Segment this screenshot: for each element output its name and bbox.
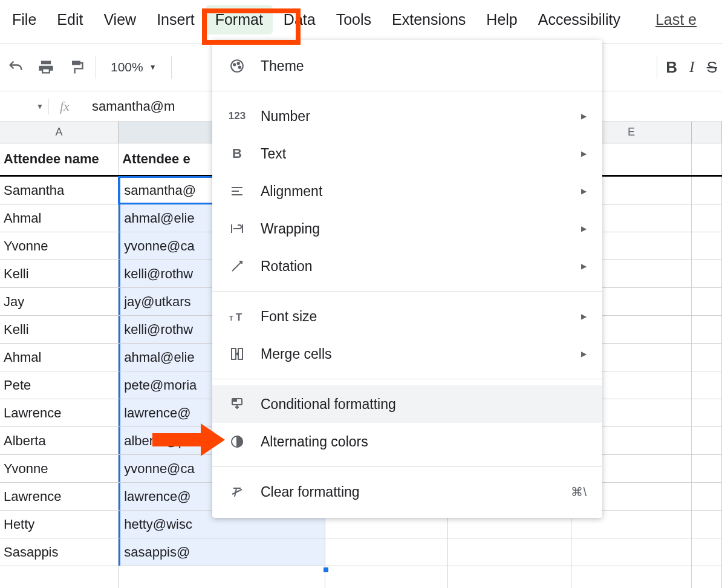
menu-item-alternating-colors[interactable]: Alternating colors bbox=[212, 423, 602, 460]
cell[interactable] bbox=[692, 316, 722, 343]
chevron-right-icon: ▶ bbox=[581, 350, 587, 358]
svg-point-3 bbox=[239, 67, 241, 68]
print-icon[interactable] bbox=[35, 56, 57, 78]
italic-button[interactable]: I bbox=[689, 58, 695, 76]
menu-item-number[interactable]: 123 Number ▶ bbox=[212, 97, 602, 135]
cell[interactable] bbox=[692, 455, 722, 482]
cell[interactable] bbox=[692, 177, 722, 204]
toolbar-separator bbox=[171, 56, 172, 79]
menu-help[interactable]: Help bbox=[476, 5, 527, 34]
cell[interactable] bbox=[692, 143, 722, 175]
header-cell[interactable]: Attendee name bbox=[0, 143, 119, 175]
menu-label: Clear formatting bbox=[261, 484, 556, 500]
font-size-icon: TT bbox=[228, 307, 246, 325]
align-icon bbox=[228, 182, 246, 200]
cell[interactable] bbox=[571, 538, 692, 566]
menu-tools[interactable]: Tools bbox=[327, 5, 381, 34]
menu-edit[interactable]: Edit bbox=[47, 5, 93, 34]
merge-icon bbox=[228, 345, 246, 363]
menu-divider bbox=[212, 379, 602, 379]
menu-item-clear-formatting[interactable]: Clear formatting ⌘\ bbox=[212, 473, 602, 511]
cell[interactable] bbox=[325, 538, 448, 566]
conditional-formatting-icon bbox=[228, 395, 246, 413]
cell[interactable]: Hetty bbox=[0, 511, 119, 538]
cell[interactable]: Ahmal bbox=[0, 204, 119, 232]
menu-label: Text bbox=[261, 146, 567, 162]
menu-accessibility[interactable]: Accessibility bbox=[528, 5, 630, 34]
theme-icon bbox=[228, 57, 246, 75]
cell[interactable] bbox=[692, 399, 722, 426]
cell[interactable] bbox=[0, 566, 119, 588]
cell[interactable] bbox=[448, 538, 571, 566]
cell[interactable]: Jay bbox=[0, 288, 119, 315]
paint-format-icon[interactable] bbox=[65, 56, 87, 78]
cell[interactable] bbox=[692, 204, 722, 232]
rotation-icon bbox=[228, 257, 246, 275]
menu-label: Alternating colors bbox=[261, 434, 587, 450]
cell[interactable]: Lawrence bbox=[0, 399, 119, 426]
cell[interactable]: Ahmal bbox=[0, 344, 119, 371]
cell[interactable] bbox=[692, 511, 722, 538]
format-dropdown-menu: Theme 123 Number ▶ B Text ▶ Alignment ▶ … bbox=[212, 40, 602, 518]
cell[interactable]: Samantha bbox=[0, 177, 119, 204]
cell[interactable]: Lawrence bbox=[0, 483, 119, 510]
cell[interactable] bbox=[692, 232, 722, 260]
svg-point-1 bbox=[233, 64, 235, 65]
bold-button[interactable]: B bbox=[666, 58, 677, 77]
menu-data[interactable]: Data bbox=[274, 5, 325, 34]
menu-item-text[interactable]: B Text ▶ bbox=[212, 135, 602, 172]
cell[interactable] bbox=[692, 260, 722, 287]
redo-icon[interactable] bbox=[5, 56, 27, 78]
chevron-right-icon: ▶ bbox=[581, 149, 587, 158]
cell[interactable]: Kelli bbox=[0, 316, 119, 343]
table-row: Sasappis sasappis@ bbox=[0, 538, 722, 566]
cell[interactable]: Sasappis bbox=[0, 538, 119, 566]
cell[interactable] bbox=[692, 371, 722, 399]
menu-item-alignment[interactable]: Alignment ▶ bbox=[212, 172, 602, 210]
menu-item-merge-cells[interactable]: Merge cells ▶ bbox=[212, 335, 602, 373]
menu-divider bbox=[212, 91, 602, 91]
zoom-selector[interactable]: 100% ▼ bbox=[105, 60, 163, 74]
cell[interactable] bbox=[692, 427, 722, 454]
svg-point-0 bbox=[231, 60, 243, 72]
strikethrough-button[interactable]: S bbox=[707, 58, 717, 77]
cell[interactable]: Yvonne bbox=[0, 232, 119, 260]
svg-text:T: T bbox=[236, 311, 242, 323]
menu-format[interactable]: Format bbox=[206, 5, 273, 34]
menu-item-conditional-formatting[interactable]: Conditional formatting bbox=[212, 385, 602, 423]
last-edit-link[interactable]: Last e bbox=[646, 5, 706, 34]
name-box[interactable]: ▼ bbox=[0, 102, 48, 111]
column-header-f[interactable] bbox=[692, 122, 722, 143]
cell[interactable]: sasappis@ bbox=[119, 538, 325, 566]
menu-label: Theme bbox=[261, 58, 587, 74]
cell[interactable] bbox=[692, 344, 722, 371]
cell[interactable] bbox=[325, 566, 448, 588]
cell[interactable] bbox=[692, 538, 722, 566]
cell[interactable]: Alberta bbox=[0, 427, 119, 454]
cell[interactable] bbox=[692, 566, 722, 588]
cell[interactable] bbox=[119, 566, 325, 588]
cell[interactable] bbox=[571, 566, 692, 588]
menu-insert[interactable]: Insert bbox=[147, 5, 204, 34]
cell[interactable] bbox=[692, 483, 722, 510]
cell[interactable]: Pete bbox=[0, 371, 119, 399]
wrap-icon bbox=[228, 220, 246, 238]
menu-item-rotation[interactable]: Rotation ▶ bbox=[212, 247, 602, 285]
menu-file[interactable]: File bbox=[2, 5, 46, 34]
menu-label: Font size bbox=[261, 309, 567, 325]
svg-rect-5 bbox=[232, 191, 239, 192]
column-header-a[interactable]: A bbox=[0, 122, 119, 143]
menu-item-wrapping[interactable]: Wrapping ▶ bbox=[212, 210, 602, 247]
selection-handle[interactable] bbox=[323, 567, 329, 573]
cell[interactable]: Kelli bbox=[0, 260, 119, 287]
menu-item-font-size[interactable]: TT Font size ▶ bbox=[212, 298, 602, 335]
menu-extensions[interactable]: Extensions bbox=[382, 5, 475, 34]
menu-view[interactable]: View bbox=[94, 5, 146, 34]
menu-item-theme[interactable]: Theme bbox=[212, 47, 602, 85]
formula-input[interactable]: samantha@m bbox=[85, 99, 182, 114]
svg-rect-12 bbox=[233, 400, 236, 401]
cell[interactable] bbox=[692, 288, 722, 315]
menu-label: Merge cells bbox=[261, 346, 567, 362]
cell[interactable] bbox=[448, 566, 571, 588]
cell[interactable]: Yvonne bbox=[0, 455, 119, 482]
